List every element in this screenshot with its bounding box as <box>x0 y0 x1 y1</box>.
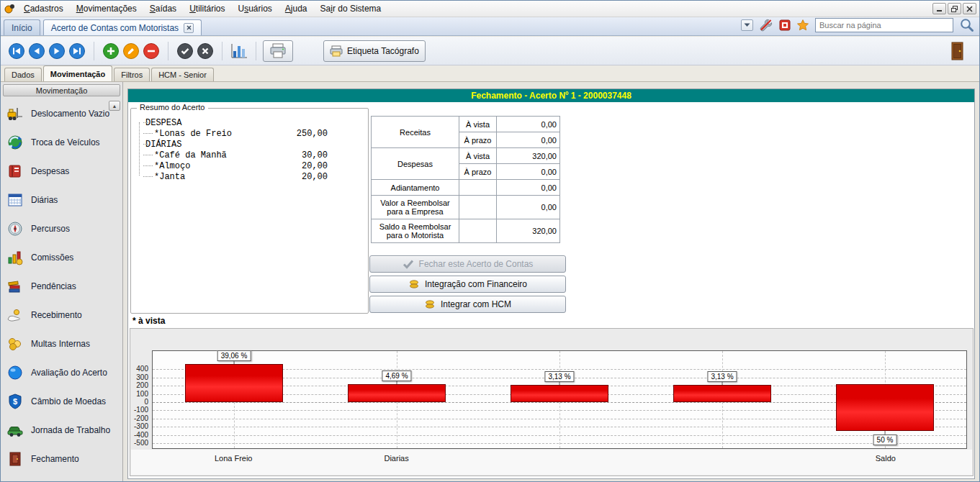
chart-bar <box>511 385 608 402</box>
chart-plot: 39,06 %4,69 %3,13 %3,13 %50 % <box>152 350 967 449</box>
cancel-button[interactable] <box>195 41 215 61</box>
menu-item-cadastros[interactable]: Cadastros <box>17 1 70 16</box>
menu-item-movimentacoes[interactable]: Movimentações <box>70 1 143 16</box>
toolbar: Etiqueta Tacógrafo <box>1 37 979 65</box>
window-controls <box>932 3 979 14</box>
sidebar-item-deslocamento-vazio[interactable]: Deslocamento Vazio <box>1 99 122 128</box>
toolbar-separator <box>94 42 94 60</box>
menu-item-utilitarios[interactable]: Utilitários <box>183 1 231 16</box>
print-button[interactable] <box>263 40 293 62</box>
tab-movimentacao[interactable]: Movimentação <box>43 65 112 81</box>
delete-record-button[interactable] <box>141 41 161 61</box>
etiqueta-tacografo-button[interactable]: Etiqueta Tacógrafo <box>323 40 426 62</box>
y-tick-label: -300 <box>134 422 148 430</box>
menu-item-saidas[interactable]: Saídas <box>143 1 183 16</box>
restore-button[interactable] <box>948 3 961 14</box>
sidebar-item-pendencias[interactable]: Pendências <box>1 272 122 301</box>
resumo-tree: DESPESA *Lonas de Freio250,00 DIÁRIAS *C… <box>131 109 368 182</box>
tab-close-button[interactable] <box>184 23 194 33</box>
closing-door-icon <box>6 450 24 468</box>
coins-icon <box>408 279 420 290</box>
close-button[interactable] <box>963 3 976 14</box>
search-button[interactable] <box>959 17 975 33</box>
menu-item-ajuda[interactable]: Ajuda <box>279 1 314 16</box>
sidebar-item-recebimento[interactable]: Recebimento <box>1 301 122 329</box>
nav-previous-button[interactable] <box>27 41 47 61</box>
sidebar-item-despesas[interactable]: Despesas <box>1 157 122 186</box>
sidebar-item-percursos[interactable]: Percursos <box>1 214 122 243</box>
tab-acerto-de-contas[interactable]: Acerto de Contas com Motoristas <box>43 19 202 35</box>
tree-node-lonas-de-freio[interactable]: *Lonas de Freio250,00 <box>135 128 368 139</box>
main-content-header: Fechamento - Acerto Nº 1 - 2000037448 <box>128 89 974 102</box>
tab-bar: Início Acerto de Contas com Motoristas <box>1 17 979 36</box>
sidebar-title: Movimentação <box>3 84 120 96</box>
chart-button[interactable] <box>229 41 249 61</box>
tree-node-despesa[interactable]: DESPESA <box>135 117 368 128</box>
table-row: DespesasÀ vista320,00 <box>372 148 560 164</box>
toolbar-separator <box>168 42 168 60</box>
globe-icon <box>6 364 24 381</box>
add-record-button[interactable] <box>101 41 121 61</box>
nav-next-icon <box>48 42 66 60</box>
tab-filtros[interactable]: Filtros <box>114 68 150 81</box>
restore-icon <box>951 6 958 12</box>
chart-y-axis: 4003002001000-100-200-300-400-500 <box>130 350 151 449</box>
nav-first-icon <box>8 42 25 60</box>
forklift-icon <box>6 105 24 122</box>
main-panel: Fechamento - Acerto Nº 1 - 2000037448 Re… <box>127 88 975 479</box>
nav-last-icon <box>68 42 86 60</box>
integrar-hcm-button[interactable]: Integrar com HCM <box>369 296 566 313</box>
star-icon <box>796 19 809 32</box>
sidebar: Movimentação ▲ Deslocamento Vazio Troca … <box>1 82 123 481</box>
close-icon <box>966 6 973 12</box>
alert-button[interactable] <box>779 19 791 31</box>
favorites-button[interactable] <box>796 19 809 32</box>
y-tick-label: -500 <box>134 439 148 447</box>
menu-item-sair-do-sistema[interactable]: Sair do Sistema <box>314 1 388 16</box>
search-input[interactable] <box>815 18 953 32</box>
tree-node-cafe-da-manha[interactable]: *Café da Manhã30,00 <box>135 150 368 160</box>
fechar-acerto-button[interactable]: Fechar este Acerto de Contas <box>369 255 566 273</box>
nav-last-button[interactable] <box>67 41 87 61</box>
nav-next-button[interactable] <box>47 41 67 61</box>
tab-dados[interactable]: Dados <box>4 68 42 81</box>
bar-percent-label: 3,13 % <box>544 371 574 382</box>
tab-close-icon <box>186 25 192 30</box>
page-title: Fechamento - Acerto Nº 1 - 2000037448 <box>471 91 631 101</box>
hand-coin-icon <box>6 306 24 324</box>
sidebar-item-multas-internas[interactable]: Multas Internas <box>1 329 122 358</box>
tab-hcm-senior[interactable]: HCM - Senior <box>151 68 214 81</box>
tree-node-diarias[interactable]: DIÁRIAS <box>135 139 368 150</box>
tab-inicio[interactable]: Início <box>4 19 40 35</box>
sidebar-item-avaliacao-do-acerto[interactable]: Avaliação do Acerto <box>1 358 122 387</box>
cancel-icon <box>197 42 214 60</box>
tree-node-almoco[interactable]: *Almoço20,00 <box>135 160 368 171</box>
y-tick-label: 400 <box>136 365 148 373</box>
tools-locked-button[interactable] <box>759 18 773 32</box>
x-category-label: Saldo <box>876 454 896 463</box>
sidebar-item-diarias[interactable]: Diárias <box>1 186 122 214</box>
y-tick-label: 0 <box>144 397 148 405</box>
menu-item-usuarios[interactable]: Usuários <box>231 1 278 16</box>
bar-percent-label: 39,06 % <box>217 350 251 361</box>
sidebar-item-cambio-de-moedas[interactable]: $ Câmbio de Moedas <box>1 387 122 416</box>
sidebar-item-jornada-de-trabalho[interactable]: Jornada de Trabalho <box>1 416 122 445</box>
tab-list-dropdown-button[interactable] <box>741 19 753 31</box>
exit-button[interactable] <box>948 41 968 61</box>
tree-node-janta[interactable]: *Janta20,00 <box>135 171 368 182</box>
integracao-financeiro-button[interactable]: Integração com Financeiro <box>369 276 566 293</box>
sidebar-item-comissoes[interactable]: Comissões <box>1 243 122 272</box>
confirm-button[interactable] <box>175 41 195 61</box>
pending-books-icon <box>6 278 24 295</box>
table-row: ReceitasÀ vista0,00 <box>372 117 560 132</box>
add-icon <box>102 42 120 60</box>
sidebar-scroll-up-button[interactable]: ▲ <box>109 101 120 111</box>
chart-bar <box>348 384 446 402</box>
chevron-down-icon <box>744 23 750 27</box>
sidebar-item-troca-de-veiculos[interactable]: Troca de Veículos <box>1 128 122 157</box>
minimize-button[interactable] <box>932 3 946 14</box>
nav-first-button[interactable] <box>6 41 27 61</box>
sidebar-item-fechamento[interactable]: Fechamento <box>1 445 122 473</box>
edit-record-button[interactable] <box>121 41 141 61</box>
table-row: Saldo a Reembolsar para o Motorista320,0… <box>372 219 560 243</box>
